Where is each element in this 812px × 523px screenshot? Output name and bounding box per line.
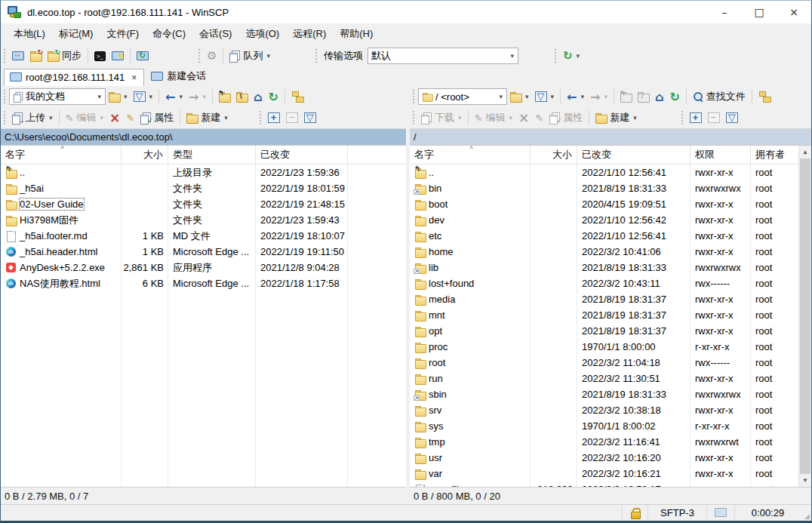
local-file-row[interactable]: _h5ai.footer.md 1 KB MD 文件 2022/1/19 18:… — [1, 228, 406, 244]
menu-item[interactable]: 命令(C) — [146, 24, 192, 44]
local-refresh-button[interactable]: ↻ — [265, 88, 281, 106]
console-button[interactable]: ↯ — [109, 49, 127, 63]
remote-rename-button[interactable]: ✎ — [532, 110, 546, 126]
remote-unselect-button[interactable]: − — [705, 110, 723, 125]
local-rename-button[interactable]: ✎ — [123, 110, 137, 126]
local-new-button[interactable]: 新建▾ — [183, 109, 231, 127]
remote-file-row[interactable]: usr 2022/3/2 10:16:20 rwxr-xr-x root — [410, 450, 798, 466]
remote-file-row[interactable]: ↰.. 2022/1/10 12:56:41 rwxr-xr-x root — [410, 165, 798, 180]
remote-file-row[interactable]: tmp 2022/3/2 11:16:41 rwxrwxrwt root — [410, 434, 798, 450]
menu-item[interactable]: 本地(L) — [7, 24, 52, 44]
preferences-button[interactable]: ⚙ — [204, 47, 220, 65]
close-session-icon[interactable]: × — [131, 72, 137, 83]
remote-file-row[interactable]: ↗sbin 2021/8/19 18:31:33 rwxrwxrwx root — [410, 386, 798, 402]
column-header-name[interactable]: 名字^ — [1, 146, 121, 164]
remote-file-row[interactable]: media 2021/8/19 18:31:37 rwxr-xr-x root — [410, 291, 798, 307]
scroll-down-icon[interactable]: ▼ — [799, 474, 811, 487]
remote-back-button[interactable]: ←▾ — [564, 88, 587, 106]
remote-file-row[interactable]: swapfile 810,200 2022/3/2 10:52:17 rw---… — [410, 481, 798, 487]
remote-parent-directory-button[interactable]: ↰ — [617, 90, 635, 104]
commit-changes-button[interactable]: ↻ — [27, 49, 45, 63]
remote-delete-button[interactable]: × — [515, 108, 532, 128]
remote-file-row[interactable]: ↗bin 2021/8/19 18:31:33 rwxrwxrwx root — [410, 180, 798, 196]
remote-file-row[interactable]: run 2022/3/2 11:30:51 rwxr-xr-x root — [410, 371, 798, 386]
remote-file-row[interactable]: home 2022/3/2 10:41:06 rwxr-xr-x root — [410, 244, 798, 260]
protocol-status[interactable]: SFTP-3 — [647, 505, 706, 521]
remote-root-directory-button[interactable]: / — [635, 90, 652, 104]
remote-file-row[interactable]: dev 2022/1/10 12:56:42 rwxr-xr-x root — [410, 212, 798, 228]
transfer-mode-button[interactable]: ↻▾ — [560, 47, 583, 65]
local-file-row[interactable]: 02-User Guide 文件夹 2022/1/19 21:48:15 — [1, 196, 406, 212]
menu-item[interactable]: 选项(O) — [238, 24, 286, 44]
menu-item[interactable]: 帮助(H) — [333, 24, 380, 44]
remote-file-row[interactable]: var 2022/3/2 10:16:21 rwxr-xr-x root — [410, 466, 798, 481]
local-delete-button[interactable]: × — [106, 108, 123, 128]
remote-select-button[interactable]: + — [687, 110, 705, 125]
menu-item[interactable]: 标记(M) — [52, 24, 100, 44]
remote-file-row[interactable]: root 2022/3/2 11:04:18 rwx------ root — [410, 355, 798, 371]
local-forward-button[interactable]: →▾ — [186, 88, 209, 106]
local-select-button[interactable]: + — [265, 110, 283, 125]
local-file-row[interactable]: AnyDesk+5.2.2.exe 2,861 KB 应用程序 2021/12/… — [1, 260, 406, 275]
column-header-permissions[interactable]: 权限 — [691, 146, 751, 164]
local-back-button[interactable]: ←▾ — [162, 88, 186, 106]
queue-button[interactable]: 队列▾ — [226, 47, 273, 65]
remote-filter-button[interactable]: ▽▾ — [532, 89, 558, 104]
remote-file-row[interactable]: sys 1970/1/1 8:00:02 r-xr-xr-x root — [410, 418, 798, 434]
find-files-button[interactable]: 查找文件 — [690, 88, 749, 106]
remote-file-row[interactable]: etc 2022/1/10 12:56:41 rwxr-xr-x root — [410, 228, 798, 244]
remote-directory-combo[interactable]: / <root> ▾ — [418, 88, 507, 105]
local-directory-tree-button[interactable] — [288, 89, 306, 104]
local-properties-button[interactable]: ✓属性 — [137, 109, 177, 127]
column-header-owner[interactable]: 拥有者 — [751, 146, 798, 164]
menu-item[interactable]: 会话(S) — [192, 24, 238, 44]
new-session-tab[interactable]: 新建会话 — [146, 67, 213, 86]
remote-file-row[interactable]: opt 2021/8/19 18:31:37 rwxr-xr-x root — [410, 323, 798, 339]
remote-scrollbar[interactable]: ▲ ▼ — [798, 146, 811, 487]
open-terminal-button[interactable]: >_ — [91, 49, 109, 63]
minimize-button[interactable]: – — [707, 1, 742, 23]
remote-home-directory-button[interactable]: ⌂ — [652, 88, 666, 106]
local-file-row[interactable]: ↰.. 上级目录 2022/1/23 1:59:36 — [1, 165, 406, 180]
column-header-changed[interactable]: 已改变 — [256, 146, 348, 164]
scroll-up-icon[interactable]: ▲ — [799, 146, 811, 158]
remote-new-button[interactable]: 新建▾ — [592, 109, 640, 127]
session-tab[interactable]: root@192.168.111.141 × — [4, 69, 144, 86]
local-file-row[interactable]: _h5ai.header.html 1 KB Microsoft Edge ..… — [1, 244, 406, 260]
maximize-button[interactable]: □ — [742, 1, 777, 23]
local-path-bar[interactable]: C:\Users\ecoo\Documents\dl.ecoo.top\ — [1, 128, 406, 145]
column-header-changed[interactable]: 已改变 — [577, 146, 691, 164]
local-filter-button[interactable]: ▽▾ — [131, 89, 156, 104]
local-drive-combo[interactable]: 我的文档 ▾ — [9, 88, 106, 105]
refresh-session-button[interactable]: ↻ — [134, 49, 152, 63]
local-open-directory-button[interactable]: ▾ — [106, 90, 131, 104]
column-header-name[interactable]: 名字^ — [410, 146, 531, 164]
remote-open-directory-button[interactable]: ▾ — [507, 90, 532, 104]
local-home-directory-button[interactable]: ⌂ — [251, 88, 265, 106]
remote-edit-button[interactable]: ✎编辑▾ — [472, 109, 515, 127]
menu-item[interactable]: 远程(R) — [286, 24, 333, 44]
local-root-directory-button[interactable]: \ — [233, 90, 251, 104]
local-parent-directory-button[interactable]: ↰ — [216, 90, 233, 104]
scrollbar-thumb[interactable] — [800, 158, 810, 474]
remote-file-row[interactable]: srv 2022/3/2 10:38:18 rwxr-xr-x root — [410, 402, 798, 418]
local-select-filter-button[interactable]: ▽ — [301, 110, 319, 125]
local-file-row[interactable]: NAS使用教程.html 6 KB Microsoft Edge ... 202… — [1, 275, 406, 291]
resize-grip-icon[interactable]: ◢ — [801, 505, 811, 521]
transfer-settings-combo[interactable]: 默认 ▾ — [368, 48, 518, 64]
local-file-row[interactable]: Hi3798M固件 文件夹 2022/1/23 1:59:43 — [1, 212, 406, 228]
column-header-size[interactable]: 大小 — [531, 146, 577, 164]
remote-path-bar[interactable]: / — [410, 128, 811, 145]
menu-item[interactable]: 文件(F) — [100, 24, 146, 44]
remote-file-row[interactable]: ↗lib 2021/8/19 18:31:33 rwxrwxrwx root — [410, 260, 798, 275]
remote-refresh-button[interactable]: ↻ — [666, 88, 682, 106]
remote-file-row[interactable]: boot 2020/4/15 19:09:51 rwxr-xr-x root — [410, 196, 798, 212]
column-header-size[interactable]: 大小 — [121, 146, 168, 164]
local-unselect-button[interactable]: − — [283, 110, 301, 125]
upload-button[interactable]: →上传▾ — [9, 109, 56, 127]
remote-file-row[interactable]: proc 1970/1/1 8:00:00 r-xr-xr-x root — [410, 339, 798, 355]
download-button[interactable]: ←下载▾ — [418, 109, 465, 127]
remote-select-filter-button[interactable]: ▽ — [723, 110, 741, 125]
close-button[interactable]: × — [777, 1, 811, 23]
synchronize-button[interactable]: ↻同步 — [45, 47, 85, 65]
